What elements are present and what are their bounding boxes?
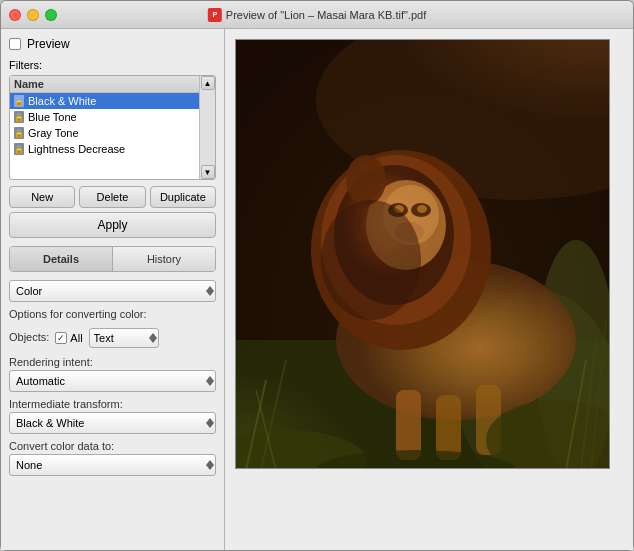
apply-button[interactable]: Apply bbox=[9, 212, 216, 238]
all-checkbox-container: ✓ All bbox=[55, 332, 82, 344]
intermediate-select[interactable]: Black & White None Color bbox=[9, 412, 216, 434]
image-area bbox=[225, 29, 633, 550]
filter-list[interactable]: 🔒 Black & White 🔒 Blue Tone 🔒 Gray Tone bbox=[10, 93, 199, 179]
window-title: P Preview of "Lion – Masai Mara KB.tif".… bbox=[208, 8, 426, 22]
scroll-up-button[interactable]: ▲ bbox=[201, 76, 215, 90]
intermediate-section: Intermediate transform: Black & White No… bbox=[9, 398, 216, 434]
text-select-container: Text Images All bbox=[89, 328, 159, 348]
left-panel: Preview Filters: Name 🔒 Black & White 🔒 bbox=[1, 29, 225, 550]
tab-history[interactable]: History bbox=[113, 247, 215, 271]
rendering-select-row: Automatic Perceptual Saturation bbox=[9, 370, 216, 392]
maximize-button[interactable] bbox=[45, 9, 57, 21]
filter-list-scrollbar[interactable]: ▲ ▼ bbox=[199, 76, 215, 179]
rendering-select[interactable]: Automatic Perceptual Saturation bbox=[9, 370, 216, 392]
filter-lock-icon: 🔒 bbox=[14, 95, 24, 107]
filters-label: Filters: bbox=[9, 59, 216, 71]
minimize-button[interactable] bbox=[27, 9, 39, 21]
filter-item-blue-tone[interactable]: 🔒 Blue Tone bbox=[10, 109, 199, 125]
details-history-tabs: Details History bbox=[9, 246, 216, 272]
filter-item-black-white[interactable]: 🔒 Black & White bbox=[10, 93, 199, 109]
all-label: All bbox=[70, 332, 82, 344]
filter-lock-icon-4: 🔒 bbox=[14, 143, 24, 155]
preview-row: Preview bbox=[9, 37, 216, 51]
main-window: P Preview of "Lion – Masai Mara KB.tif".… bbox=[0, 0, 634, 551]
close-button[interactable] bbox=[9, 9, 21, 21]
main-content: Preview Filters: Name 🔒 Black & White 🔒 bbox=[1, 29, 633, 550]
objects-label: Objects: bbox=[9, 331, 49, 343]
pdf-icon: P bbox=[208, 8, 222, 22]
filter-item-lightness-decrease[interactable]: 🔒 Lightness Decrease bbox=[10, 141, 199, 157]
text-select[interactable]: Text Images All bbox=[89, 328, 159, 348]
color-select-row: Color Grayscale CMYK bbox=[9, 280, 216, 302]
objects-row: Objects: ✓ All Text Images All bbox=[9, 328, 216, 348]
filter-buttons-row: New Delete Duplicate bbox=[9, 186, 216, 208]
lion-svg bbox=[236, 40, 610, 469]
tab-details[interactable]: Details bbox=[10, 247, 113, 271]
convert-section: Convert color data to: None sRGB Adobe R… bbox=[9, 440, 216, 476]
options-label: Options for converting color: bbox=[9, 308, 216, 320]
lion-image bbox=[235, 39, 610, 469]
convert-label: Convert color data to: bbox=[9, 440, 216, 452]
preview-label: Preview bbox=[27, 37, 70, 51]
intermediate-select-row: Black & White None Color bbox=[9, 412, 216, 434]
filter-item-gray-tone[interactable]: 🔒 Gray Tone bbox=[10, 125, 199, 141]
intermediate-label: Intermediate transform: bbox=[9, 398, 216, 410]
filter-lock-icon-3: 🔒 bbox=[14, 127, 24, 139]
filter-lock-icon-2: 🔒 bbox=[14, 111, 24, 123]
color-select[interactable]: Color Grayscale CMYK bbox=[9, 280, 216, 302]
svg-rect-31 bbox=[236, 40, 610, 469]
all-checkbox[interactable]: ✓ bbox=[55, 332, 67, 344]
details-section: Color Grayscale CMYK Options for convert… bbox=[9, 280, 216, 476]
duplicate-button[interactable]: Duplicate bbox=[150, 186, 216, 208]
convert-select-row: None sRGB Adobe RGB bbox=[9, 454, 216, 476]
titlebar: P Preview of "Lion – Masai Mara KB.tif".… bbox=[1, 1, 633, 29]
rendering-label: Rendering intent: bbox=[9, 356, 216, 368]
delete-button[interactable]: Delete bbox=[79, 186, 145, 208]
rendering-section: Rendering intent: Automatic Perceptual S… bbox=[9, 356, 216, 392]
scroll-down-button[interactable]: ▼ bbox=[201, 165, 215, 179]
filter-list-container: Name 🔒 Black & White 🔒 Blue Tone 🔒 Gr bbox=[9, 75, 216, 180]
new-button[interactable]: New bbox=[9, 186, 75, 208]
lion-canvas bbox=[236, 40, 609, 468]
preview-checkbox[interactable] bbox=[9, 38, 21, 50]
convert-select[interactable]: None sRGB Adobe RGB bbox=[9, 454, 216, 476]
filter-list-header: Name bbox=[10, 76, 199, 93]
traffic-lights bbox=[9, 9, 57, 21]
